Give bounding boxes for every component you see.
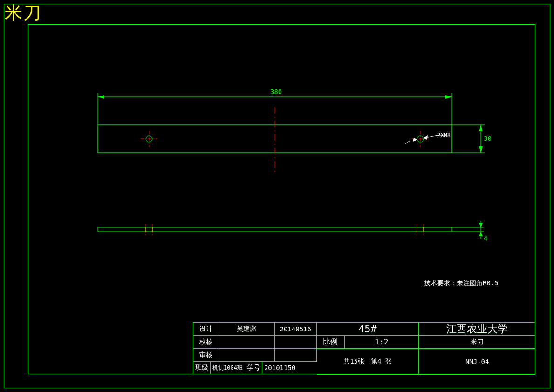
material: 45# (317, 323, 419, 336)
title-row-1: 设计 吴建彪 20140516 45# 江西农业大学 (193, 323, 535, 336)
designer-name: 吴建彪 (219, 323, 275, 336)
student-id-label: 学号 (245, 361, 262, 374)
design-label: 设计 (193, 323, 219, 336)
check-date (275, 336, 317, 349)
title-row-4: 班级 机制1004班 学号 20101150 (193, 361, 317, 374)
title-row-3: 审核 共15张 第4 张 NMJ-04 (193, 349, 535, 362)
design-date: 20140516 (275, 323, 317, 336)
title-block: 设计 吴建彪 20140516 45# 江西农业大学 校核 比例 1:2 米刀 … (193, 322, 535, 374)
school-name: 江西农业大学 (419, 323, 535, 336)
scale-value: 1:2 (345, 336, 419, 349)
reviewer-name (219, 349, 275, 362)
part-name: 米刀 (419, 336, 535, 349)
student-id-value: 20101150 (262, 361, 297, 374)
review-label: 审核 (193, 349, 219, 362)
class-label: 班级 (193, 361, 211, 374)
review-date (275, 349, 317, 362)
check-label: 校核 (193, 336, 219, 349)
checker-name (219, 336, 275, 349)
class-value: 机制1004班 (211, 361, 245, 374)
scale-label: 比例 (317, 336, 345, 349)
title-row-2: 校核 比例 1:2 米刀 (193, 336, 535, 349)
sheet-info: 共15张 第4 张 (317, 349, 419, 375)
drawing-number: NMJ-04 (419, 349, 535, 375)
